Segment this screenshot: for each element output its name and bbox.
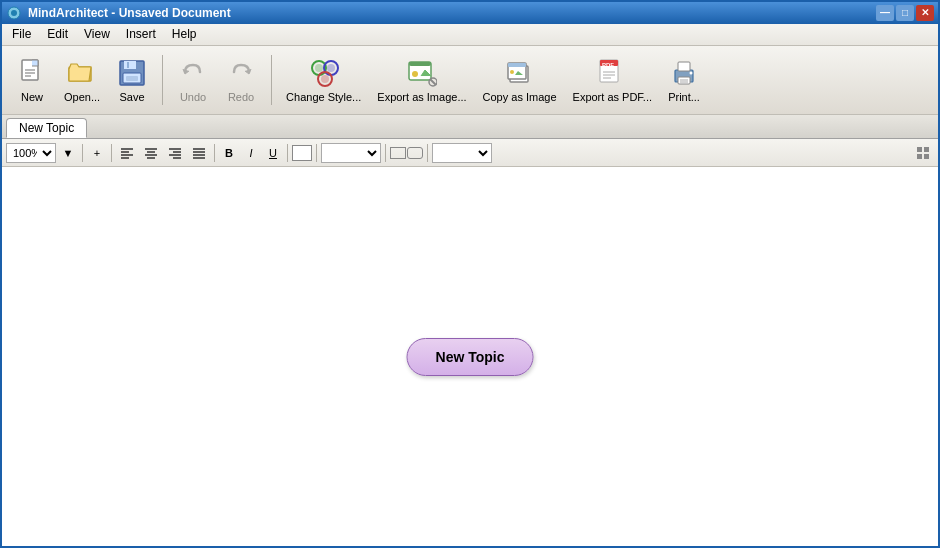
title-bar-left: MindArchitect - Unsaved Document: [6, 5, 231, 21]
menu-insert[interactable]: Insert: [118, 24, 164, 45]
svg-rect-34: [678, 62, 690, 71]
app-window: MindArchitect - Unsaved Document — □ ✕ F…: [0, 0, 940, 548]
menu-bar: File Edit View Insert Help: [2, 24, 938, 46]
minimize-button[interactable]: —: [876, 5, 894, 21]
format-sep-7: [427, 144, 428, 162]
font-color-box[interactable]: [292, 145, 312, 161]
mind-node-label: New Topic: [436, 349, 505, 365]
new-label: New: [21, 91, 43, 103]
align-center-button[interactable]: [140, 143, 162, 163]
add-button[interactable]: +: [87, 143, 107, 163]
tab-bar: New Topic: [2, 115, 938, 139]
menu-view[interactable]: View: [76, 24, 118, 45]
export-image-icon: [406, 57, 438, 89]
svg-point-26: [510, 70, 514, 74]
mind-node[interactable]: New Topic: [407, 338, 534, 376]
redo-label: Redo: [228, 91, 254, 103]
format-sep-1: [82, 144, 83, 162]
svg-text:PDF: PDF: [602, 61, 614, 67]
svg-rect-25: [508, 63, 526, 67]
svg-rect-56: [924, 147, 929, 152]
svg-rect-58: [924, 154, 929, 159]
format-bar: 100% 50% 75% 125% 150% 200% ▼ +: [2, 139, 938, 167]
menu-edit[interactable]: Edit: [39, 24, 76, 45]
print-icon: [668, 57, 700, 89]
copy-image-button[interactable]: Copy as Image: [477, 53, 563, 107]
new-button[interactable]: New: [10, 53, 54, 107]
svg-point-17: [321, 75, 329, 83]
zoom-dropdown-btn[interactable]: ▼: [58, 143, 78, 163]
svg-rect-11: [126, 76, 138, 81]
format-sep-6: [385, 144, 386, 162]
toolbar-sep-2: [271, 55, 272, 105]
svg-point-38: [690, 71, 693, 74]
svg-point-20: [412, 71, 418, 77]
print-label: Print...: [668, 91, 700, 103]
window-controls: — □ ✕: [876, 5, 934, 21]
svg-rect-19: [409, 62, 431, 66]
change-style-icon: [308, 57, 340, 89]
title-text: MindArchitect - Unsaved Document: [28, 6, 231, 20]
open-icon: [66, 57, 98, 89]
style-dropdown[interactable]: [432, 143, 492, 163]
export-pdf-icon: PDF: [596, 57, 628, 89]
save-button[interactable]: Save: [110, 53, 154, 107]
canvas-area[interactable]: New Topic: [2, 167, 938, 546]
font-size-dropdown[interactable]: [321, 143, 381, 163]
close-button[interactable]: ✕: [916, 5, 934, 21]
undo-button[interactable]: Undo: [171, 53, 215, 107]
shape-rect-icon: [390, 147, 406, 159]
export-pdf-label: Export as PDF...: [573, 91, 652, 103]
svg-rect-55: [917, 147, 922, 152]
tab-new-topic[interactable]: New Topic: [6, 118, 87, 138]
svg-rect-8: [124, 61, 136, 69]
change-style-label: Change Style...: [286, 91, 361, 103]
open-button[interactable]: Open...: [58, 53, 106, 107]
title-bar: MindArchitect - Unsaved Document — □ ✕: [2, 2, 938, 24]
italic-button[interactable]: I: [241, 143, 261, 163]
svg-point-16: [327, 64, 335, 72]
zoom-select[interactable]: 100% 50% 75% 125% 150% 200%: [6, 143, 56, 163]
print-button[interactable]: Print...: [662, 53, 706, 107]
menu-help[interactable]: Help: [164, 24, 205, 45]
shape-buttons: [390, 147, 423, 159]
format-sep-5: [316, 144, 317, 162]
redo-icon: [225, 57, 257, 89]
svg-rect-57: [917, 154, 922, 159]
align-right-button[interactable]: [164, 143, 186, 163]
save-label: Save: [120, 91, 145, 103]
new-icon: [16, 57, 48, 89]
toolbar-sep-1: [162, 55, 163, 105]
save-icon: [116, 57, 148, 89]
maximize-button[interactable]: □: [896, 5, 914, 21]
shape-rounded-icon: [407, 147, 423, 159]
svg-point-1: [11, 10, 17, 16]
copy-image-icon: [504, 57, 536, 89]
undo-label: Undo: [180, 91, 206, 103]
format-sep-2: [111, 144, 112, 162]
open-label: Open...: [64, 91, 100, 103]
export-pdf-button[interactable]: PDF Export as PDF...: [567, 53, 658, 107]
underline-button[interactable]: U: [263, 143, 283, 163]
app-icon: [6, 5, 22, 21]
format-sep-4: [287, 144, 288, 162]
grid-button[interactable]: [912, 143, 934, 163]
align-left-button[interactable]: [116, 143, 138, 163]
format-sep-3: [214, 144, 215, 162]
copy-image-label: Copy as Image: [483, 91, 557, 103]
svg-line-21: [431, 80, 435, 84]
undo-icon: [177, 57, 209, 89]
redo-button[interactable]: Redo: [219, 53, 263, 107]
menu-file[interactable]: File: [4, 24, 39, 45]
svg-rect-9: [127, 62, 129, 68]
toolbar: New Open... Sav: [2, 46, 938, 116]
change-style-button[interactable]: Change Style...: [280, 53, 367, 107]
main-content: New Topic 100% 50% 75% 125% 150% 200% ▼ …: [2, 115, 938, 546]
export-image-button[interactable]: Export as Image...: [371, 53, 472, 107]
export-image-label: Export as Image...: [377, 91, 466, 103]
align-justify-button[interactable]: [188, 143, 210, 163]
svg-point-15: [315, 64, 323, 72]
bold-button[interactable]: B: [219, 143, 239, 163]
